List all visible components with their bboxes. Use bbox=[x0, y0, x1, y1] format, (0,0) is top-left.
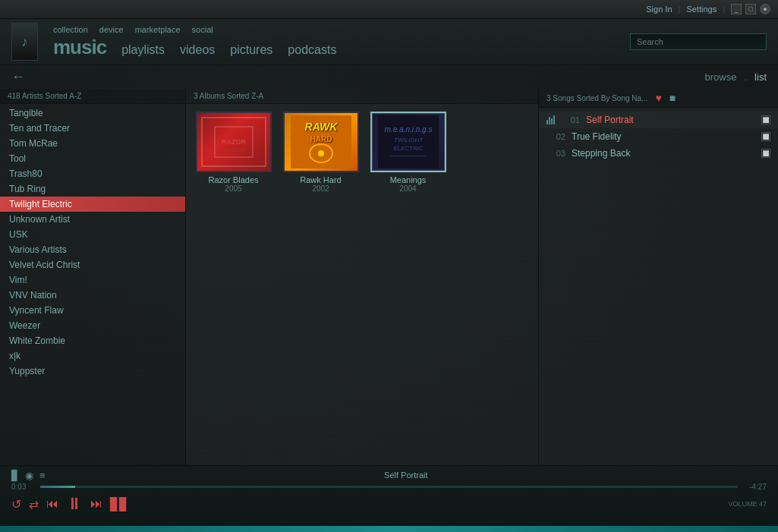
main-controls: ↺ ⇄ ⏮ ⏸ ⏭ ▊▊ bbox=[11, 494, 128, 514]
sidebar: 418 Artists Sorted A-Z Tangible Ten and … bbox=[0, 89, 186, 465]
player-icon-left2: ◉ bbox=[25, 470, 33, 481]
sidebar-item-various-artists[interactable]: Various Artists bbox=[0, 242, 185, 257]
playlist-icon[interactable]: ■ bbox=[669, 92, 676, 104]
prev-button[interactable]: ⏮ bbox=[46, 497, 58, 511]
sub-header: ← browse . list bbox=[0, 65, 778, 89]
svg-point-7 bbox=[318, 150, 324, 156]
settings-link[interactable]: Settings bbox=[686, 5, 717, 14]
browse-view-button[interactable]: browse bbox=[705, 71, 737, 83]
nav-playlists[interactable]: playlists bbox=[121, 43, 165, 57]
svg-text:RAWK: RAWK bbox=[304, 121, 338, 133]
sidebar-item-tool[interactable]: Tool bbox=[0, 151, 185, 166]
meanings-art-svg: m.e.a.n.i.n.g.s TWILIGHT ELECTRIC bbox=[378, 115, 439, 168]
header-right bbox=[630, 33, 767, 50]
sidebar-item-tub-ring[interactable]: Tub Ring bbox=[0, 181, 185, 197]
pause-button[interactable]: ⏸ bbox=[66, 494, 83, 514]
song-item-3[interactable]: 03 Stepping Back ■ bbox=[539, 145, 778, 162]
album-card-rawk-hard[interactable]: RAWK HARD Rawk Hard 2002 bbox=[281, 112, 361, 193]
sidebar-item-ten-and-tracer[interactable]: Ten and Tracer bbox=[0, 121, 185, 136]
songs-header: 3 Songs Sorted By Song Na... ♥ ■ bbox=[539, 89, 778, 108]
sidebar-item-vim[interactable]: Vim! bbox=[0, 272, 185, 288]
song-number-1: 01 bbox=[561, 115, 580, 124]
time-total: -4:27 bbox=[744, 483, 767, 491]
shuffle-button[interactable]: ⇄ bbox=[29, 497, 39, 512]
sidebar-item-usk[interactable]: USK bbox=[0, 227, 185, 242]
sidebar-item-velvet-acid-christ[interactable]: Velvet Acid Christ bbox=[0, 257, 185, 272]
sidebar-item-vyncent-flaw[interactable]: Vyncent Flaw bbox=[0, 303, 185, 318]
album-year-razor-blades: 2005 bbox=[208, 184, 258, 193]
sidebar-item-tangible[interactable]: Tangible bbox=[0, 105, 185, 121]
content-area: 418 Artists Sorted A-Z Tangible Ten and … bbox=[0, 89, 778, 465]
album-card-meanings[interactable]: m.e.a.n.i.n.g.s TWILIGHT ELECTRIC Meanin… bbox=[368, 112, 448, 193]
album-year-meanings: 2004 bbox=[390, 184, 427, 193]
svg-text:RAZOR: RAZOR bbox=[222, 138, 246, 146]
rawk-art-svg: RAWK HARD bbox=[291, 115, 351, 168]
player-left-controls: ▊ ◉ ≡ bbox=[11, 470, 46, 481]
sidebar-header: 418 Artists Sorted A-Z bbox=[0, 89, 185, 104]
song-number-2: 02 bbox=[546, 132, 565, 141]
sidebar-item-twilight-electric[interactable]: Twilight Electric bbox=[0, 197, 185, 212]
restore-button[interactable]: □ bbox=[745, 4, 756, 14]
middle-panel: 3 Albums Sorted Z-A RAZOR BLADES bbox=[186, 89, 539, 465]
nav-collection[interactable]: collection bbox=[53, 25, 88, 34]
minimize-button[interactable]: _ bbox=[731, 4, 742, 14]
nav-marketplace[interactable]: marketplace bbox=[135, 25, 181, 34]
next-button[interactable]: ⏭ bbox=[90, 497, 102, 511]
nav-pictures[interactable]: pictures bbox=[230, 43, 272, 57]
close-button[interactable]: ● bbox=[760, 4, 770, 14]
eq-button[interactable]: ▊▊ bbox=[110, 497, 128, 512]
sidebar-item-yuppster[interactable]: Yuppster bbox=[0, 364, 185, 379]
list-view-button[interactable]: list bbox=[754, 71, 767, 83]
song-item-1[interactable]: 01 Self Portrait ■ bbox=[539, 112, 778, 128]
back-button[interactable]: ← bbox=[11, 69, 25, 85]
progress-fill bbox=[40, 486, 75, 488]
nav-videos[interactable]: videos bbox=[180, 43, 215, 57]
main-content: 418 Artists Sorted A-Z Tangible Ten and … bbox=[0, 89, 778, 526]
sidebar-item-tom-mcrae[interactable]: Tom McRae bbox=[0, 136, 185, 151]
album-title-rawk-hard: Rawk Hard bbox=[300, 175, 341, 184]
song-menu-3[interactable]: ■ bbox=[761, 149, 770, 158]
song-item-2[interactable]: 02 True Fidelity ■ bbox=[539, 128, 778, 145]
title-bar: Sign In | Settings | _ □ ● bbox=[0, 0, 778, 19]
sidebar-item-white-zombie[interactable]: White Zombie bbox=[0, 333, 185, 348]
album-art-rawk-hard: RAWK HARD bbox=[283, 112, 359, 172]
favorite-icon[interactable]: ♥ bbox=[655, 92, 661, 104]
player-icon-left3: ≡ bbox=[39, 470, 46, 481]
header-left: ♪ collection device marketplace social m… bbox=[11, 23, 336, 61]
song-menu-2[interactable]: ■ bbox=[761, 132, 770, 141]
svg-rect-12 bbox=[389, 156, 427, 156]
player-bar: ▊ ◉ ≡ Self Portrait 0:03 -4:27 ↺ ⇄ ⏮ bbox=[0, 465, 778, 526]
sidebar-item-unknown-artist[interactable]: Unknown Artist bbox=[0, 212, 185, 227]
sidebar-item-trash80[interactable]: Trash80 bbox=[0, 166, 185, 181]
logo-area: ♪ bbox=[11, 23, 38, 61]
album-art-meanings: m.e.a.n.i.n.g.s TWILIGHT ELECTRIC bbox=[370, 112, 446, 172]
albums-header: 3 Albums Sorted Z-A bbox=[186, 89, 538, 104]
repeat-button[interactable]: ↺ bbox=[11, 497, 21, 512]
album-year-rawk-hard: 2002 bbox=[300, 184, 341, 193]
nav-podcasts[interactable]: podcasts bbox=[288, 43, 336, 57]
time-current: 0:03 bbox=[11, 483, 34, 491]
search-input[interactable] bbox=[630, 33, 767, 50]
nav-main: music playlists videos pictures podcasts bbox=[53, 36, 336, 59]
song-menu-1[interactable]: ■ bbox=[761, 115, 770, 124]
signin-link[interactable]: Sign In bbox=[646, 5, 672, 14]
view-toggle: browse . list bbox=[705, 71, 767, 83]
volume-area: VOLUME 47 bbox=[728, 500, 767, 508]
progress-bar[interactable] bbox=[40, 486, 738, 488]
sidebar-item-xk[interactable]: x|k bbox=[0, 348, 185, 364]
bottom-bar bbox=[0, 526, 778, 532]
song-title-1: Self Portrait bbox=[586, 115, 755, 125]
sidebar-item-vnv-nation[interactable]: VNV Nation bbox=[0, 288, 185, 303]
nav-social[interactable]: social bbox=[192, 25, 213, 34]
songs-list: 01 Self Portrait ■ 02 True Fidelity ■ 03… bbox=[539, 108, 778, 465]
music-label[interactable]: music bbox=[53, 36, 106, 59]
album-card-razor-blades[interactable]: RAZOR BLADES Razor Blades 2005 bbox=[194, 112, 273, 193]
song-title-3: Stepping Back bbox=[572, 148, 755, 159]
equalizer-bars bbox=[546, 115, 555, 124]
song-number-3: 03 bbox=[546, 149, 565, 158]
svg-rect-0 bbox=[215, 127, 253, 157]
nav-device[interactable]: device bbox=[99, 25, 124, 34]
sidebar-item-weezer[interactable]: Weezer bbox=[0, 318, 185, 333]
songs-count-label: 3 Songs Sorted By Song Na... bbox=[546, 94, 647, 102]
albums-grid: RAZOR BLADES Razor Blades 2005 bbox=[186, 104, 538, 465]
